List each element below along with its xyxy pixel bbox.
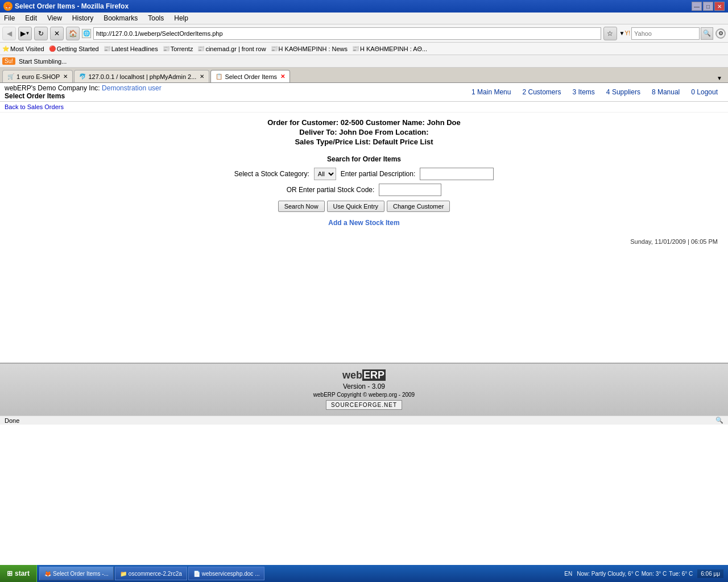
header-left: webERP's Demo Company Inc: Demonstration… bbox=[5, 84, 162, 100]
category-select[interactable]: All bbox=[314, 168, 336, 180]
refresh-button[interactable]: ↻ bbox=[34, 27, 48, 40]
torrentz-icon: 📰 bbox=[163, 45, 169, 52]
tab-eshop-close[interactable]: ✕ bbox=[63, 73, 68, 80]
footer-copyright: webERP Copyright © weberp.org - 2009 bbox=[6, 392, 722, 398]
window-controls[interactable]: — □ ✕ bbox=[692, 2, 725, 11]
stop-button[interactable]: ✕ bbox=[50, 27, 64, 40]
stock-code-input[interactable] bbox=[379, 184, 441, 196]
menu-bookmarks[interactable]: Bookmarks bbox=[102, 14, 139, 23]
bookmark-cinemad[interactable]: 📰 cinemad.gr | front row bbox=[197, 45, 266, 52]
demo-user[interactable]: Demonstration user bbox=[102, 84, 162, 92]
nav-manual[interactable]: 8 Manual bbox=[646, 86, 685, 98]
category-label: Select a Stock Category: bbox=[234, 170, 309, 178]
nav-logout-label: Logout bbox=[697, 88, 718, 96]
headlines-label: Latest Headlines bbox=[111, 45, 158, 52]
weberp-logo: webERP bbox=[6, 369, 722, 381]
bookmark-getting-started[interactable]: 🔴 Getting Started bbox=[49, 45, 99, 52]
menu-tools[interactable]: Tools bbox=[146, 14, 166, 23]
nav-suppliers-label: Suppliers bbox=[612, 88, 640, 96]
sourceforge-badge[interactable]: SOURCEFORGE.NET bbox=[326, 400, 402, 410]
home-button[interactable]: 🏠 bbox=[66, 27, 80, 40]
nav-suppliers-key: 4 bbox=[606, 88, 612, 96]
new-tab-button[interactable]: ▼ bbox=[713, 74, 726, 82]
tab-bar: 🛒 1 euro E-SHOP ✕ 🐬 127.0.0.1 / localhos… bbox=[0, 68, 728, 82]
menu-view[interactable]: View bbox=[46, 14, 64, 23]
logo-web: web bbox=[342, 369, 362, 381]
nav-suppliers[interactable]: 4 Suppliers bbox=[601, 86, 646, 98]
order-line1: Order for Customer: 02-500 Customer Name… bbox=[6, 118, 722, 127]
maximize-button[interactable]: □ bbox=[703, 2, 713, 11]
description-label: Enter partial Description: bbox=[341, 170, 415, 178]
order-line2: Deliver To: John Doe From Location: bbox=[6, 128, 722, 136]
torrentz-label: Torrentz bbox=[171, 45, 193, 52]
window-title: Select Order Items - Mozilla Firefox bbox=[15, 2, 129, 10]
tools-icon: ⚙ bbox=[715, 28, 726, 39]
firefox-icon: 🦊 bbox=[3, 2, 13, 11]
tab-phpmyadmin-label: 127.0.0.1 / localhost | phpMyAdmin 2... bbox=[88, 73, 196, 80]
bookmark-kathimerini1[interactable]: 📰 Η ΚΑΘΗΜΕΡΙΝΗ : News bbox=[271, 45, 348, 52]
status-bar: Done 🔍 bbox=[0, 415, 728, 425]
browser-search-button[interactable]: 🔍 bbox=[701, 27, 713, 40]
nav-logout[interactable]: 0 Logout bbox=[685, 86, 723, 98]
status-text: Done bbox=[5, 417, 19, 424]
bookmark-headlines[interactable]: 📰 Latest Headlines bbox=[104, 45, 158, 52]
nav-main-label: Main Menu bbox=[477, 88, 511, 96]
browser-search-input[interactable] bbox=[631, 27, 700, 40]
menu-history[interactable]: History bbox=[71, 14, 95, 23]
weberp-page-title: Select Order Items bbox=[5, 92, 162, 100]
search-now-button[interactable]: Search Now bbox=[278, 201, 325, 212]
cinemad-label: cinemad.gr | front row bbox=[205, 45, 266, 52]
back-link-bar: Back to Sales Orders bbox=[0, 102, 728, 113]
nav-customers[interactable]: 2 Customers bbox=[516, 86, 566, 98]
tab-eshop-label: 1 euro E-SHOP bbox=[16, 73, 60, 80]
site-icon: 🌐 bbox=[82, 29, 91, 38]
most-visited-label: Most Visited bbox=[10, 45, 44, 52]
bookmark-torrentz[interactable]: 📰 Torrentz bbox=[163, 45, 193, 52]
change-customer-button[interactable]: Change Customer bbox=[387, 201, 450, 212]
search-row-2: OR Enter partial Stock Code: bbox=[6, 184, 722, 196]
tab-select-close[interactable]: ✕ bbox=[280, 73, 285, 80]
stumble-icon[interactable]: Su! bbox=[2, 57, 15, 65]
address-input[interactable] bbox=[93, 27, 601, 40]
add-stock-item-link[interactable]: Add a New Stock Item bbox=[6, 219, 722, 227]
star-button[interactable]: ☆ bbox=[603, 27, 617, 40]
main-content: Order for Customer: 02-500 Customer Name… bbox=[0, 113, 728, 363]
tab-select-order-items[interactable]: 📋 Select Order Items ✕ bbox=[210, 70, 290, 82]
menu-edit[interactable]: Edit bbox=[23, 14, 39, 23]
menu-help[interactable]: Help bbox=[172, 14, 190, 23]
browser-content: webERP's Demo Company Inc: Demonstration… bbox=[0, 82, 728, 565]
nav-bar: ◀ ▶▼ ↻ ✕ 🏠 🌐 ☆ ▼ Y! 🔍 ⚙ bbox=[0, 24, 728, 43]
kath1-label: Η ΚΑΘΗΜΕΡΙΝΗ : News bbox=[279, 45, 348, 52]
nav-items-label: Items bbox=[578, 88, 595, 96]
forward-button[interactable]: ▶▼ bbox=[18, 27, 32, 40]
search-section: Search for Order Items Select a Stock Ca… bbox=[6, 155, 722, 227]
nav-logout-key: 0 bbox=[691, 88, 697, 96]
order-header: Order for Customer: 02-500 Customer Name… bbox=[6, 118, 722, 146]
search-form-title: Search for Order Items bbox=[6, 155, 722, 163]
nav-manual-label: Manual bbox=[657, 88, 680, 96]
tab-phpmyadmin[interactable]: 🐬 127.0.0.1 / localhost | phpMyAdmin 2..… bbox=[74, 70, 209, 82]
quick-entry-button[interactable]: Use Quick Entry bbox=[327, 201, 384, 212]
close-button[interactable]: ✕ bbox=[714, 2, 725, 11]
bookmark-most-visited[interactable]: ⭐ Most Visited bbox=[2, 45, 44, 52]
minimize-button[interactable]: — bbox=[692, 2, 702, 11]
bookmark-kathimerini2[interactable]: 📰 Η ΚΑΘΗΜΕΡΙΝΗ : ΑΘ... bbox=[352, 45, 427, 52]
weberp-header: webERP's Demo Company Inc: Demonstration… bbox=[0, 83, 728, 102]
address-dropdown[interactable]: ▼ bbox=[619, 30, 623, 36]
order-line3: Sales Type/Price List: Default Price Lis… bbox=[6, 138, 722, 146]
footer-version: Version - 3.09 bbox=[6, 383, 722, 390]
company-name: webERP's Demo Company Inc: bbox=[5, 84, 100, 92]
zoom-icon: 🔍 bbox=[715, 417, 723, 424]
timestamp: Sunday, 11/01/2009 | 06:05 PM bbox=[6, 236, 722, 247]
back-to-sales-orders[interactable]: Back to Sales Orders bbox=[5, 101, 68, 113]
tab-phpmyadmin-close[interactable]: ✕ bbox=[200, 73, 204, 80]
description-input[interactable] bbox=[420, 168, 494, 180]
tab-select-label: Select Order Items bbox=[225, 73, 277, 80]
back-button[interactable]: ◀ bbox=[2, 27, 16, 40]
tab-eshop[interactable]: 🛒 1 euro E-SHOP ✕ bbox=[2, 70, 73, 82]
menu-file[interactable]: File bbox=[2, 14, 16, 23]
tab-eshop-icon: 🛒 bbox=[7, 73, 14, 80]
nav-customers-label: Customers bbox=[528, 88, 561, 96]
nav-items[interactable]: 3 Items bbox=[567, 86, 601, 98]
nav-main-menu[interactable]: 1 Main Menu bbox=[466, 86, 516, 98]
